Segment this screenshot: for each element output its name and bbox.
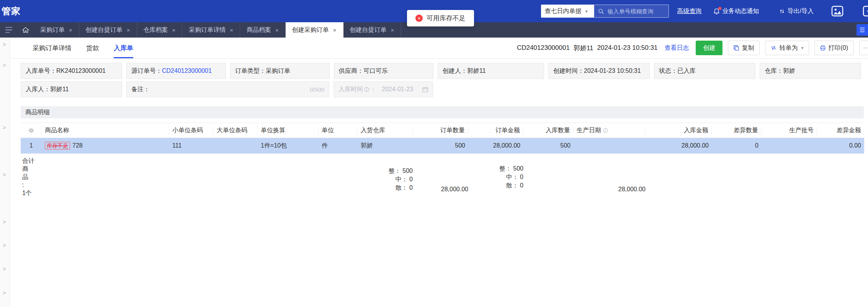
tab-product-archive[interactable]: 商品档案 × — [240, 22, 286, 38]
field-label: 仓库： — [765, 67, 783, 75]
copy-button[interactable]: 复制 — [728, 41, 760, 55]
field-label: 创建时间： — [553, 67, 584, 75]
chevron-down-icon: ▾ — [801, 45, 803, 51]
close-icon[interactable]: × — [333, 27, 337, 33]
col-product-name: 商品名称 — [42, 126, 169, 135]
print-button[interactable]: 打印(0) — [814, 41, 854, 55]
close-icon[interactable]: × — [172, 27, 176, 33]
rail-chevron[interactable]: > — [3, 125, 6, 131]
rail-chevron[interactable]: > — [3, 172, 6, 178]
close-icon[interactable]: × — [275, 27, 279, 33]
edge-cropped-tool-button[interactable] — [863, 6, 868, 16]
notification-dot — [718, 7, 721, 10]
col-unit-conversion: 单位换算 — [258, 126, 319, 135]
rail-chevron[interactable]: > — [3, 242, 6, 248]
tab-purchase-order[interactable]: 采购订单 × — [34, 22, 79, 38]
convert-button[interactable]: 转单为 ▾ — [765, 41, 809, 55]
notifications-button[interactable]: 业务动态通知 — [713, 7, 759, 15]
field-remark[interactable]: 备注： 0/500 — [126, 81, 329, 97]
date-range-select[interactable]: 查七日内单据 ▾ — [541, 5, 594, 18]
footer-qty-line: 中： 0 — [466, 173, 523, 181]
notifications-label: 业务动态通知 — [723, 7, 759, 15]
toast-message: 可用库存不足 — [427, 14, 466, 23]
field-label: 状态： — [659, 67, 677, 75]
tab-warehouse-archive[interactable]: 仓库档案 × — [137, 22, 183, 38]
tab-label: 商品档案 — [247, 26, 271, 34]
more-button[interactable]: ··· — [859, 41, 868, 55]
side-rail: > > > > > > > > — [0, 38, 10, 307]
list-icon — [860, 28, 865, 32]
rail-chevron[interactable]: > — [3, 62, 6, 68]
field-inbound-time[interactable]: 入库时间 ： 2024-01-23 — [333, 81, 433, 97]
tab-create-pickup-order-2[interactable]: 创建自提订单 × — [343, 22, 401, 38]
form-row-1: 入库单号： RK240123000001 源订单号： CD24012300000… — [10, 63, 868, 79]
order-search-box[interactable] — [594, 5, 669, 18]
field-colon: ： — [370, 85, 376, 94]
form-row-2: 入库人： 郭娇11 备注： 0/500 入库时间 ： 2024-01-23 — [10, 81, 868, 97]
bell-icon — [713, 8, 720, 15]
footer-qty-line: 中： 0 — [355, 175, 413, 184]
subtab-purchase-order-detail[interactable]: 采购订单详情 — [33, 38, 72, 58]
col-order-qty: 订单数量 — [413, 126, 468, 135]
col-settings[interactable] — [21, 126, 42, 135]
content-layout: > > > > > > > > 采购订单详情 货款 入库单 — [0, 38, 868, 307]
subtab-label: 入库单 — [114, 44, 133, 53]
field-creator: 创建人： 郭娇11 — [438, 63, 544, 79]
tab-purchase-order-detail[interactable]: 采购订单详情 × — [182, 22, 240, 38]
cell-warehouse: 郭娇 — [358, 142, 413, 150]
gear-icon[interactable] — [28, 128, 34, 133]
footer-total-label: 合计 商 品 : 1个 — [22, 157, 38, 197]
close-icon[interactable]: × — [127, 27, 130, 33]
doc-meta: CD240123000001 郭娇11 2024-01-23 10:50:31 — [517, 44, 658, 53]
footer-total-line: 品 — [22, 173, 38, 181]
subtab-label: 货款 — [86, 44, 99, 53]
subtab-inbound-order[interactable]: 入库单 — [114, 38, 133, 58]
search-input[interactable] — [607, 8, 665, 15]
col-production-date-label: 生产日期 — [577, 126, 601, 135]
section-title-bar: 商品明细 — [21, 106, 864, 118]
tab-create-purchase-order[interactable]: 创建采购订单 × — [286, 22, 343, 38]
date-range-value: 查七日内单据 — [545, 7, 582, 15]
close-icon[interactable]: × — [230, 27, 233, 33]
rail-chevron[interactable]: > — [3, 290, 6, 296]
stock-shortage-tag: 库存不足 — [45, 142, 70, 150]
tab-list-button[interactable] — [0, 22, 18, 38]
source-order-link[interactable]: CD240123000001 — [162, 67, 212, 74]
close-icon[interactable]: × — [69, 27, 72, 33]
info-icon — [364, 87, 369, 92]
app-window: 管家 查七日内单据 ▾ 高级查询 业务动态通知 — [0, 0, 868, 307]
image-tool-button[interactable] — [831, 6, 843, 16]
tab-overflow-button[interactable] — [857, 24, 868, 36]
subtab-row: 采购订单详情 货款 入库单 CD240123000001 郭娇11 2024-0… — [10, 38, 868, 59]
export-import-button[interactable]: 导出/导入 — [779, 7, 814, 15]
subtab-payment[interactable]: 货款 — [86, 38, 99, 58]
field-value: RK240123000001 — [56, 67, 106, 74]
rail-chevron[interactable]: > — [3, 219, 6, 225]
printer-icon — [820, 45, 825, 51]
tab-create-pickup-order[interactable]: 创建自提订单 × — [79, 22, 137, 38]
copy-icon — [734, 45, 739, 51]
topbar-right: 查七日内单据 ▾ 高级查询 业务动态通知 — [541, 5, 868, 18]
sort-arrows-icon — [779, 8, 785, 14]
cropped-icon — [863, 6, 868, 16]
col-inbound-amount: 入库金额 — [646, 126, 712, 135]
section-title: 商品明细 — [25, 108, 50, 117]
field-label: 入库时间 — [338, 85, 363, 94]
view-log-link[interactable]: 查看日志 — [664, 44, 689, 52]
table-row[interactable]: 1 库存不足 728 111 1件=10包 件 郭娇 500 28,000.00… — [21, 138, 864, 154]
field-value: 郭娇 — [783, 67, 795, 75]
advanced-query-link[interactable]: 高级查询 — [677, 7, 702, 15]
cell-unit-conversion: 1件=10包 — [258, 142, 319, 150]
error-icon: × — [415, 15, 423, 22]
field-label: 入库单号： — [26, 67, 56, 75]
rail-chevron[interactable]: > — [3, 266, 6, 272]
calendar-icon — [422, 87, 428, 92]
rail-chevron[interactable]: > — [3, 41, 6, 48]
create-button[interactable]: 创建 — [696, 41, 723, 55]
stock-toast: × 可用库存不足 — [407, 10, 474, 26]
home-button[interactable] — [18, 22, 34, 38]
close-icon[interactable]: × — [391, 27, 394, 33]
field-inbound-person: 入库人： 郭娇11 — [21, 81, 122, 97]
footer-inbound-qty-summary: 整： 500 中： 0 散： 0 — [466, 164, 523, 190]
cell-inbound-qty: 500 — [523, 142, 574, 149]
